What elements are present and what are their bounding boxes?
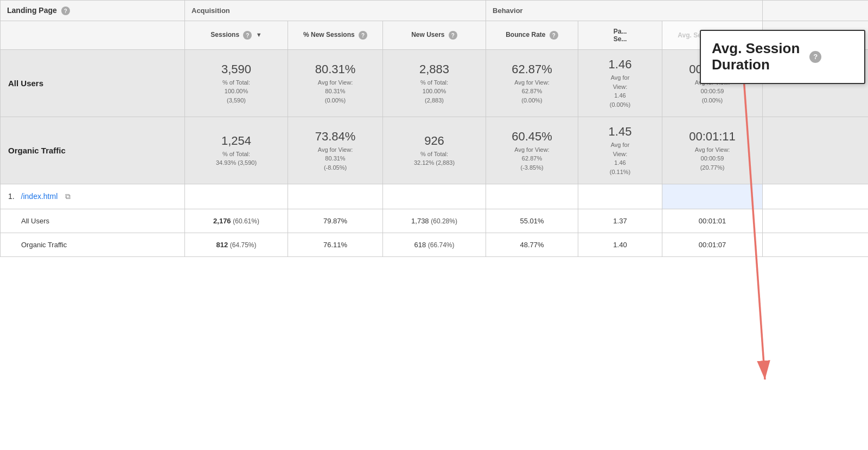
acquisition-header: Acquisition xyxy=(185,1,486,21)
index-bounce-cell xyxy=(486,184,578,209)
data-row-1-new-users: 618 (66.74%) xyxy=(383,233,486,257)
index-extra-cell xyxy=(763,184,868,209)
data-row-0-pages: 1.37 xyxy=(578,209,662,233)
data-row-0-new-sessions: 79.87% xyxy=(288,209,383,233)
col-bounce-header[interactable]: Bounce Rate ? xyxy=(486,21,578,50)
col-landing-header xyxy=(1,21,185,50)
data-row-1-new-sessions: 76.11% xyxy=(288,233,383,257)
sessions-help-icon[interactable]: ? xyxy=(243,31,252,40)
index-new-users-cell xyxy=(383,184,486,209)
data-row-organic: Organic Traffic 812 (64.75%) 76.11% 618 … xyxy=(1,233,869,257)
new-sessions-help-icon[interactable]: ? xyxy=(359,31,367,40)
data-row-all-users: All Users 2,176 (60.61%) 79.87% 1,738 (6… xyxy=(1,209,869,233)
col-sessions-header[interactable]: Sessions ? ▼ xyxy=(185,21,288,50)
bounce-help-icon[interactable]: ? xyxy=(550,31,558,40)
organic-pages: 1.45 Avg for View: 1.46 (0.11%) xyxy=(578,117,662,184)
all-users-label: All Users xyxy=(1,50,185,117)
organic-new-users: 926 % of Total: 32.12% (2,883) xyxy=(383,117,486,184)
behavior-header: Behavior xyxy=(486,1,763,21)
all-users-new-users: 2,883 % of Total: 100.00% (2,883) xyxy=(383,50,486,117)
tooltip-title-line2: Duration xyxy=(712,57,800,73)
data-row-1-sessions: 812 (64.75%) xyxy=(185,233,288,257)
organic-traffic-label: Organic Traffic xyxy=(1,117,185,184)
data-row-1-bounce: 48.77% xyxy=(486,233,578,257)
data-row-1-label: Organic Traffic xyxy=(1,233,185,257)
tooltip-title-line1: Avg. Session xyxy=(712,41,800,57)
index-sessions-cell xyxy=(185,184,288,209)
all-users-bounce: 62.87% Avg for View: 62.87% (0.00%) xyxy=(486,50,578,117)
all-users-pages: 1.46 Avg for View: 1.46 (0.00%) xyxy=(578,50,662,117)
organic-new-sessions: 73.84% Avg for View: 80.31% (-8.05%) xyxy=(288,117,383,184)
landing-help-icon[interactable]: ? xyxy=(61,7,70,15)
organic-sessions: 1,254 % of Total: 34.93% (3,590) xyxy=(185,117,288,184)
organic-extra xyxy=(763,117,868,184)
data-row-1-extra xyxy=(763,233,868,257)
col-pages-header[interactable]: Pa...Se... xyxy=(578,21,662,50)
conversions-header xyxy=(763,1,868,21)
data-row-0-sessions: 2,176 (60.61%) xyxy=(185,209,288,233)
index-row: 1. /index.html ⧉ xyxy=(1,184,869,209)
data-row-1-avg: 00:01:07 xyxy=(662,233,763,257)
index-new-sessions-cell xyxy=(288,184,383,209)
avg-session-tooltip: Avg. Session Duration ? xyxy=(700,30,865,84)
data-row-1-pages: 1.40 xyxy=(578,233,662,257)
tooltip-help-icon[interactable]: ? xyxy=(809,51,821,63)
index-landing-cell[interactable]: 1. /index.html ⧉ xyxy=(1,184,185,209)
group-header-row: Landing Page ? Acquisition Behavior xyxy=(1,1,869,21)
data-row-0-avg: 00:01:01 xyxy=(662,209,763,233)
copy-icon[interactable]: ⧉ xyxy=(65,192,71,201)
col-new-sessions-header[interactable]: % New Sessions ? xyxy=(288,21,383,50)
data-row-0-label: All Users xyxy=(1,209,185,233)
col-new-users-header[interactable]: New Users ? xyxy=(383,21,486,50)
new-users-help-icon[interactable]: ? xyxy=(449,31,457,40)
data-row-0-new-users: 1,738 (60.28%) xyxy=(383,209,486,233)
landing-page-header: Landing Page ? xyxy=(1,1,185,21)
organic-avg-session: 00:01:11 Avg for View: 00:00:59 (20.77%) xyxy=(662,117,763,184)
organic-bounce: 60.45% Avg for View: 62.87% (-3.85%) xyxy=(486,117,578,184)
index-pages-cell xyxy=(578,184,662,209)
organic-traffic-segment-row: Organic Traffic 1,254 % of Total: 34.93%… xyxy=(1,117,869,184)
all-users-new-sessions: 80.31% Avg for View: 80.31% (0.00%) xyxy=(288,50,383,117)
data-row-0-bounce: 55.01% xyxy=(486,209,578,233)
all-users-sessions: 3,590 % of Total: 100.00% (3,590) xyxy=(185,50,288,117)
sort-icon: ▼ xyxy=(256,31,262,38)
index-url-link[interactable]: /index.html xyxy=(21,192,58,201)
index-avg-cell xyxy=(662,184,763,209)
data-row-0-extra xyxy=(763,209,868,233)
